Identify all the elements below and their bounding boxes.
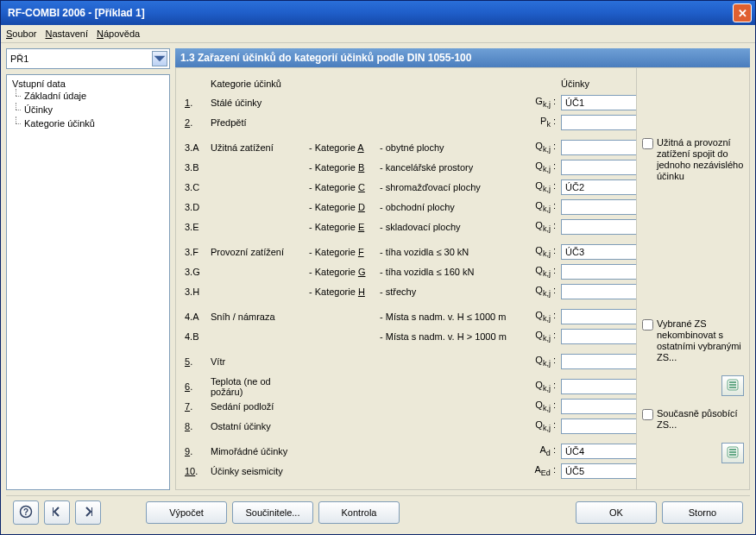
row-value-input[interactable] bbox=[561, 219, 636, 235]
check-button[interactable]: Kontrola bbox=[318, 501, 400, 524]
tree-root[interactable]: Vstupní data bbox=[12, 79, 164, 89]
right-options: Užitná a provozní zatížení spojit do jed… bbox=[636, 68, 749, 489]
row-value-input[interactable]: ÚČ3 bbox=[561, 244, 636, 260]
form-area: Kategorie účinků Účinky 1.Stálé účinkyGk… bbox=[176, 68, 636, 489]
left-column: PŘ1 Vstupní data Základní údaje Účinky K… bbox=[6, 48, 170, 490]
tree-item-actions[interactable]: Účinky bbox=[12, 103, 164, 116]
row-label: Předpětí bbox=[211, 117, 306, 128]
tree-item-basic[interactable]: Základní údaje bbox=[12, 89, 164, 103]
row-number: 10. bbox=[185, 466, 207, 476]
category-row: 3.D- Kategorie D- obchodní plochyQk,j : bbox=[185, 197, 627, 217]
row-category: - Kategorie F bbox=[309, 247, 376, 257]
prev-button[interactable] bbox=[44, 500, 70, 525]
row-value-input[interactable]: ÚČ5 bbox=[561, 463, 636, 479]
checkbox-merge-loads[interactable] bbox=[642, 138, 653, 149]
help-button[interactable]: ? bbox=[13, 500, 39, 525]
row-number: 3.B bbox=[185, 162, 207, 173]
menu-help[interactable]: Nápověda bbox=[97, 28, 140, 39]
row-description: - shromažďovací plochy bbox=[380, 182, 526, 192]
titlebar: RF-COMBI 2006 - [Příklad 1] ✕ bbox=[1, 1, 755, 25]
category-row: 3.G- Kategorie G- tíha vozidla ≤ 160 kNQ… bbox=[185, 261, 627, 281]
svg-text:?: ? bbox=[23, 507, 28, 517]
category-row: 3.H- Kategorie H- střechyQk,j : bbox=[185, 281, 627, 301]
menu-settings[interactable]: Nastavení bbox=[45, 28, 88, 39]
row-value-input[interactable] bbox=[561, 329, 636, 344]
row-number: 3.H bbox=[185, 286, 207, 297]
main-column: 1.3 Zařazení účinků do kategorií účinků … bbox=[175, 48, 750, 490]
label-merge-loads: Užitná a provozní zatížení spojit do jed… bbox=[657, 137, 744, 182]
row-label: Stálé účinky bbox=[211, 98, 306, 108]
svg-rect-6 bbox=[729, 451, 736, 453]
cancel-button[interactable]: Storno bbox=[662, 501, 743, 524]
row-symbol: Qk,j : bbox=[530, 265, 558, 278]
row-label: Teplota (ne od požáru) bbox=[211, 376, 306, 397]
category-row: 7.Sedání podložíQk,j : bbox=[185, 396, 627, 416]
row-value-input[interactable] bbox=[561, 354, 636, 369]
svg-rect-1 bbox=[729, 381, 736, 383]
row-value-input[interactable] bbox=[561, 140, 636, 155]
header-category: Kategorie účinků bbox=[211, 79, 526, 89]
row-number: 1. bbox=[185, 98, 207, 108]
checkbox-simultaneous[interactable] bbox=[642, 409, 653, 420]
row-value-input[interactable] bbox=[561, 284, 636, 299]
nav-tree: Vstupní data Základní údaje Účinky Kateg… bbox=[6, 74, 170, 490]
footer: ? Výpočet Součinitele... Kontrola OK Sto… bbox=[6, 495, 750, 529]
row-number: 2. bbox=[185, 117, 207, 128]
row-description: - tíha vozidla ≤ 30 kN bbox=[380, 247, 526, 257]
row-value-input[interactable] bbox=[561, 379, 636, 394]
calc-button[interactable]: Výpočet bbox=[146, 501, 227, 524]
category-row: 1.Stálé účinkyGk,j :ÚČ1 bbox=[185, 92, 627, 112]
list-icon bbox=[727, 446, 739, 460]
row-value-input[interactable] bbox=[561, 399, 636, 414]
row-description: - tíha vozidla ≤ 160 kN bbox=[380, 267, 526, 277]
row-symbol: Pk : bbox=[530, 116, 558, 129]
next-button[interactable] bbox=[75, 500, 101, 525]
row-symbol: Qk,j : bbox=[530, 400, 558, 412]
row-number: 9. bbox=[185, 446, 207, 456]
ok-button[interactable]: OK bbox=[576, 501, 657, 524]
row-label: Mimořádné účinky bbox=[211, 446, 306, 456]
row-label: Užitná zatížení bbox=[211, 142, 306, 153]
label-no-combine: Vybrané ZS nekombinovat s ostatními vybr… bbox=[657, 318, 744, 363]
row-label: Sníh / námraza bbox=[211, 312, 306, 322]
checkbox-no-combine[interactable] bbox=[642, 319, 653, 330]
case-selector[interactable]: PŘ1 bbox=[6, 48, 170, 69]
svg-rect-5 bbox=[729, 449, 736, 450]
row-number: 6. bbox=[185, 381, 207, 392]
button-no-combine-details[interactable] bbox=[721, 375, 744, 396]
row-number: 3.E bbox=[185, 222, 207, 232]
row-number: 8. bbox=[185, 421, 207, 431]
row-value-input[interactable] bbox=[561, 115, 636, 130]
row-description: - Místa s nadm. v. H ≤ 1000 m bbox=[380, 312, 526, 322]
tree-item-categories[interactable]: Kategorie účinků bbox=[12, 116, 164, 130]
row-description: - obytné plochy bbox=[380, 142, 526, 153]
row-category: - Kategorie G bbox=[309, 267, 376, 277]
menu-file[interactable]: Soubor bbox=[6, 28, 36, 39]
row-value-input[interactable] bbox=[561, 199, 636, 215]
category-row: 3.AUžitná zatížení- Kategorie A- obytné … bbox=[185, 137, 627, 157]
row-value-input[interactable] bbox=[561, 160, 636, 175]
row-symbol: Qk,j : bbox=[530, 141, 558, 154]
row-number: 3.D bbox=[185, 202, 207, 212]
menubar: Soubor Nastavení Nápověda bbox=[1, 25, 755, 43]
svg-rect-11 bbox=[91, 507, 92, 516]
label-simultaneous: Současně působící ZS... bbox=[657, 408, 744, 431]
category-row: 5.VítrQk,j : bbox=[185, 351, 627, 371]
row-value-input[interactable]: ÚČ4 bbox=[561, 444, 636, 459]
close-button[interactable]: ✕ bbox=[733, 3, 752, 22]
panel-title: 1.3 Zařazení účinků do kategorií účinků … bbox=[175, 48, 750, 67]
row-value-input[interactable] bbox=[561, 264, 636, 280]
header-actions: Účinky bbox=[561, 79, 636, 89]
work-row: PŘ1 Vstupní data Základní údaje Účinky K… bbox=[6, 48, 750, 490]
category-row: 2.PředpětíPk : bbox=[185, 112, 627, 132]
row-symbol: Qk,j : bbox=[530, 200, 558, 213]
svg-rect-7 bbox=[729, 454, 736, 456]
row-symbol: Qk,j : bbox=[530, 419, 558, 432]
row-value-input[interactable] bbox=[561, 309, 636, 324]
row-value-input[interactable] bbox=[561, 419, 636, 434]
row-value-input[interactable]: ÚČ1 bbox=[561, 95, 636, 110]
category-row: 4.B- Místa s nadm. v. H > 1000 mQk,j : bbox=[185, 326, 627, 346]
factors-button[interactable]: Součinitele... bbox=[232, 501, 313, 524]
row-value-input[interactable]: ÚČ2 bbox=[561, 179, 636, 195]
button-simultaneous-details[interactable] bbox=[721, 443, 744, 463]
